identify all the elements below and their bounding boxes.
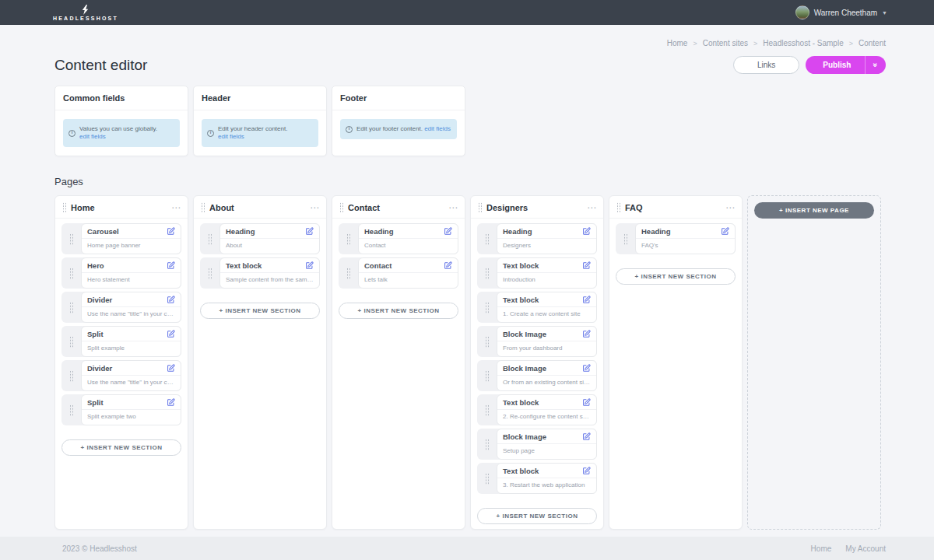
drag-handle-icon[interactable]	[339, 257, 358, 289]
edit-icon[interactable]	[167, 398, 175, 407]
page-column: About ⋯ Heading About Text block	[193, 195, 327, 530]
edit-icon[interactable]	[167, 330, 175, 338]
publish-button[interactable]: Publish »	[806, 56, 886, 74]
section-type: Divider	[87, 296, 112, 304]
main-content: Home>Content sites>Headlesshost - Sample…	[0, 25, 934, 537]
edit-fields-link[interactable]: edit fields	[79, 133, 106, 140]
drag-handle-icon[interactable]	[339, 202, 343, 212]
edit-fields-link[interactable]: edit fields	[218, 133, 244, 140]
edit-fields-link[interactable]: edit fields	[424, 125, 451, 132]
section-type: Text block	[226, 261, 262, 270]
global-card: Common fields i Values you can use globa…	[54, 86, 188, 156]
drag-handle-icon[interactable]	[61, 326, 81, 357]
section-type: Text block	[503, 467, 539, 475]
drag-handle-icon[interactable]	[477, 429, 497, 460]
drag-handle-icon[interactable]	[200, 223, 219, 254]
section-type: Block Image	[503, 364, 546, 373]
alert-message: Edit your header content.	[218, 125, 287, 132]
column-menu-button[interactable]: ⋯	[587, 205, 596, 210]
edit-icon[interactable]	[305, 261, 314, 270]
drag-handle-icon[interactable]	[616, 202, 620, 212]
breadcrumb-item[interactable]: Home	[667, 39, 688, 47]
edit-icon[interactable]	[582, 364, 591, 373]
user-menu[interactable]: Warren Cheetham ▼	[795, 5, 887, 19]
alert-message: Values you can use globally.	[79, 125, 157, 132]
edit-icon[interactable]	[167, 364, 175, 373]
insert-new-page-button[interactable]: + INSERT NEW PAGE	[754, 202, 874, 219]
column-menu-button[interactable]: ⋯	[725, 205, 735, 210]
breadcrumb-item[interactable]: Content	[859, 39, 886, 47]
publish-dropdown-toggle[interactable]: »	[865, 56, 886, 74]
footer-link[interactable]: Home	[811, 544, 832, 553]
breadcrumb-item[interactable]: Headlesshost - Sample	[763, 39, 843, 47]
drag-handle-icon[interactable]	[477, 257, 497, 289]
drag-handle-icon[interactable]	[61, 257, 81, 289]
drag-handle-icon[interactable]	[201, 202, 205, 212]
page-column-title: Designers	[486, 203, 582, 212]
new-page-column: + INSERT NEW PAGE	[747, 195, 881, 530]
drag-handle-icon[interactable]	[477, 394, 497, 425]
page-column: Contact ⋯ Heading Contact Contact	[332, 195, 465, 530]
drag-handle-icon[interactable]	[477, 326, 497, 357]
edit-icon[interactable]	[167, 261, 175, 270]
section-item: Contact Lets talk	[339, 257, 458, 289]
publish-button-label[interactable]: Publish	[806, 56, 865, 74]
drag-handle-icon[interactable]	[477, 360, 497, 391]
edit-icon[interactable]	[444, 261, 452, 270]
drag-handle-icon[interactable]	[61, 223, 81, 254]
drag-handle-icon[interactable]	[478, 202, 482, 212]
footer-link[interactable]: My Account	[845, 544, 886, 553]
edit-icon[interactable]	[582, 261, 591, 270]
section-type: Heading	[503, 227, 532, 236]
insert-section-button[interactable]: + INSERT NEW SECTION	[339, 303, 458, 319]
drag-handle-icon[interactable]	[477, 223, 497, 254]
insert-section-button[interactable]: + INSERT NEW SECTION	[616, 268, 736, 285]
section-item: Carousel Home page banner	[61, 223, 181, 254]
page-column-body: Carousel Home page banner Hero	[55, 219, 188, 462]
breadcrumb-separator: >	[849, 40, 853, 47]
edit-icon[interactable]	[582, 330, 591, 338]
edit-icon[interactable]	[582, 227, 591, 236]
column-menu-button[interactable]: ⋯	[310, 205, 319, 210]
drag-handle-icon[interactable]	[339, 223, 358, 254]
insert-section-button[interactable]: + INSERT NEW SECTION	[200, 303, 320, 319]
page-column-title: Home	[71, 203, 167, 212]
section-summary: Introduction	[497, 273, 596, 286]
edit-icon[interactable]	[305, 227, 314, 236]
edit-icon[interactable]	[582, 398, 591, 407]
links-button[interactable]: Links	[733, 56, 799, 74]
drag-handle-icon[interactable]	[62, 202, 66, 212]
card-title: Footer	[332, 86, 465, 110]
insert-section-button[interactable]: + INSERT NEW SECTION	[61, 439, 181, 456]
insert-section-button[interactable]: + INSERT NEW SECTION	[477, 508, 597, 524]
edit-icon[interactable]	[444, 227, 452, 236]
section-item: Text block 3. Restart the web applicatio…	[477, 463, 597, 494]
info-alert: i Edit your header content. edit fields	[202, 119, 318, 147]
page-column-title: Contact	[348, 203, 444, 212]
drag-handle-icon[interactable]	[477, 463, 497, 494]
section-type: Heading	[226, 227, 255, 236]
edit-icon[interactable]	[167, 296, 175, 304]
section-item: Text block 2. Re-configure the content s…	[477, 394, 597, 425]
column-menu-button[interactable]: ⋯	[448, 205, 458, 210]
page-footer: 2023 © Headlesshost HomeMy Account	[0, 537, 934, 560]
top-navbar: HEADLESSHOST Warren Cheetham ▼	[0, 0, 934, 25]
section-summary: Sample content from the sample applicati…	[220, 273, 319, 286]
drag-handle-icon[interactable]	[200, 257, 219, 289]
edit-icon[interactable]	[582, 467, 591, 475]
section-summary: Use the name "title" in your controls to…	[82, 376, 181, 389]
edit-icon[interactable]	[721, 227, 729, 236]
column-menu-button[interactable]: ⋯	[171, 205, 181, 210]
section-summary: Lets talk	[359, 273, 458, 286]
drag-handle-icon[interactable]	[477, 292, 497, 323]
edit-icon[interactable]	[167, 227, 175, 236]
edit-icon[interactable]	[582, 296, 591, 304]
drag-handle-icon[interactable]	[616, 223, 635, 254]
drag-handle-icon[interactable]	[61, 394, 81, 425]
edit-icon[interactable]	[582, 432, 591, 441]
breadcrumb-item[interactable]: Content sites	[703, 39, 748, 47]
drag-handle-icon[interactable]	[61, 360, 81, 391]
section-item: Split Split example	[61, 326, 181, 357]
brand-logo[interactable]: HEADLESSHOST	[53, 5, 118, 21]
drag-handle-icon[interactable]	[61, 292, 81, 323]
